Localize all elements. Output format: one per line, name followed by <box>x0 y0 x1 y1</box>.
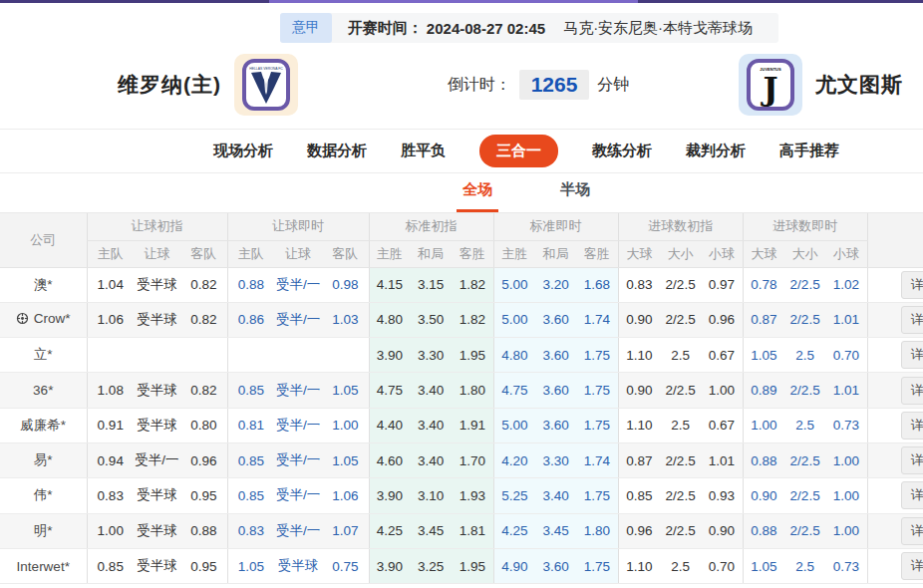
odds-row: 伟*0.83受半球0.950.85受半/一1.063.903.101.935.2… <box>0 478 923 513</box>
odds-cell: 1.10 <box>618 408 660 442</box>
odds-cell: 0.90 <box>743 478 784 513</box>
detail-button[interactable]: 详情 <box>901 412 923 440</box>
detail-button[interactable]: 详情 <box>901 446 923 474</box>
company-name[interactable]: 伟* <box>34 486 53 504</box>
col-group-header: 让球即时 <box>227 213 369 240</box>
odds-cell: 0.93 <box>701 478 743 513</box>
odds-cell: 受半球 <box>134 373 180 408</box>
nav-tab-live-analysis[interactable]: 现场分析 <box>213 142 273 160</box>
col-subheader: 客胜 <box>576 240 618 267</box>
kickoff-info-row: 意甲 开赛时间： 2024-08-27 02:45 马克·安东尼奥·本特戈蒂球场 <box>0 13 923 43</box>
col-subheader: 客队 <box>322 240 369 267</box>
odds-cell: 0.90 <box>618 302 660 337</box>
odds-cell: 1.04 <box>87 267 134 302</box>
odds-cell: 0.80 <box>180 408 227 442</box>
odds-cell: 受半球 <box>134 267 180 302</box>
odds-cell: 0.85 <box>227 442 274 477</box>
venue-text: 马克·安东尼奥·本特戈蒂球场 <box>563 19 753 38</box>
company-name[interactable]: 威廉希* <box>20 417 66 435</box>
odds-cell: 0.96 <box>701 302 743 337</box>
detail-button[interactable]: 详情 <box>901 517 923 545</box>
countdown-value: 1265 <box>519 70 590 100</box>
odds-cell: 2/2.5 <box>784 267 825 302</box>
odds-cell <box>227 338 274 373</box>
odds-cell: 受半/一 <box>274 442 322 477</box>
nav-tab-three-in-one[interactable]: 三合一 <box>479 135 558 167</box>
nav-tab-coach-analysis[interactable]: 教练分析 <box>592 142 652 160</box>
odds-row: 威廉希*0.91受半球0.800.81受半/一1.004.403.401.915… <box>0 408 923 442</box>
odds-cell: 1.03 <box>322 302 369 337</box>
odds-cell: 0.82 <box>180 302 227 337</box>
odds-cell: 0.82 <box>180 267 227 302</box>
col-subheader: 小球 <box>825 240 867 267</box>
odds-cell: 0.91 <box>87 408 134 442</box>
odds-cell: 1.75 <box>576 478 618 513</box>
detail-button[interactable]: 详情 <box>901 271 923 299</box>
odds-cell: 2/2.5 <box>784 302 825 337</box>
nav-tab-data-analysis[interactable]: 数据分析 <box>307 142 367 160</box>
odds-cell: 3.50 <box>410 302 452 337</box>
detail-button[interactable]: 详情 <box>901 306 923 334</box>
odds-cell: 3.10 <box>410 478 452 513</box>
col-subheader: 主胜 <box>369 240 410 267</box>
odds-cell <box>274 338 322 373</box>
odds-cell: 受半/一 <box>274 373 322 408</box>
col-subheader: 和局 <box>410 240 452 267</box>
detail-button[interactable]: 详情 <box>901 341 923 369</box>
home-team-name: 维罗纳(主) <box>118 71 221 99</box>
odds-cell: 0.85 <box>87 548 134 583</box>
odds-cell: 1.10 <box>618 548 660 583</box>
odds-cell: 4.75 <box>369 373 410 408</box>
tab-half-match[interactable]: 半场 <box>554 180 596 212</box>
tab-full-match[interactable]: 全场 <box>457 180 498 212</box>
odds-cell: 1.06 <box>322 478 369 513</box>
company-name[interactable]: Interwet* <box>17 559 70 574</box>
odds-cell: 2.5 <box>660 338 701 373</box>
company-name[interactable]: 明* <box>34 522 53 540</box>
odds-row: 立*3.903.301.954.803.601.751.102.50.671.0… <box>0 338 923 373</box>
odds-cell: 0.81 <box>227 408 274 442</box>
odds-cell: 3.30 <box>410 338 452 373</box>
odds-cell: 1.82 <box>452 302 493 337</box>
detail-cell: 详情 <box>867 442 923 477</box>
company-name[interactable]: 易* <box>34 451 53 469</box>
nav-tab-expert-picks[interactable]: 高手推荐 <box>779 142 839 160</box>
page-load-progress-segment <box>269 0 638 3</box>
odds-cell: 3.45 <box>410 513 452 548</box>
odds-cell: 1.10 <box>618 338 660 373</box>
odds-cell: 0.88 <box>227 267 274 302</box>
company-name[interactable]: 立* <box>34 346 53 364</box>
odds-cell: 4.40 <box>369 408 410 442</box>
odds-cell: 4.25 <box>493 513 535 548</box>
odds-cell: 1.05 <box>322 442 369 477</box>
col-subheader: 大球 <box>618 240 660 267</box>
odds-cell: 1.01 <box>825 373 867 408</box>
odds-cell: 4.80 <box>493 338 535 373</box>
company-name[interactable]: Crow* <box>16 311 71 326</box>
odds-cell <box>87 338 134 373</box>
countdown-label: 倒计时： <box>448 75 511 96</box>
detail-button[interactable]: 详情 <box>901 552 923 580</box>
nav-tab-win-draw-loss[interactable]: 胜平负 <box>401 142 446 160</box>
odds-cell: 0.89 <box>743 373 784 408</box>
odds-cell: 1.95 <box>452 548 493 583</box>
col-group-header: 标准初指 <box>369 213 493 240</box>
detail-button[interactable]: 详情 <box>901 481 923 509</box>
odds-cell: 受半/一 <box>274 478 322 513</box>
odds-cell: 1.00 <box>825 442 867 477</box>
odds-cell: 3.40 <box>410 373 452 408</box>
odds-cell: 2/2.5 <box>660 442 701 477</box>
company-name[interactable]: 36* <box>33 383 53 398</box>
nav-tab-referee-analysis[interactable]: 裁判分析 <box>686 142 746 160</box>
company-name[interactable]: 澳* <box>34 276 53 294</box>
detail-button[interactable]: 详情 <box>901 377 923 405</box>
odds-cell: 1.00 <box>825 478 867 513</box>
odds-cell: 3.90 <box>369 548 410 583</box>
col-subheader: 和局 <box>535 240 576 267</box>
odds-cell: 1.05 <box>322 373 369 408</box>
odds-cell: 1.07 <box>322 513 369 548</box>
odds-cell: 1.02 <box>825 267 867 302</box>
odds-cell: 0.78 <box>743 267 784 302</box>
odds-cell: 0.82 <box>180 373 227 408</box>
odds-cell: 3.90 <box>369 338 410 373</box>
